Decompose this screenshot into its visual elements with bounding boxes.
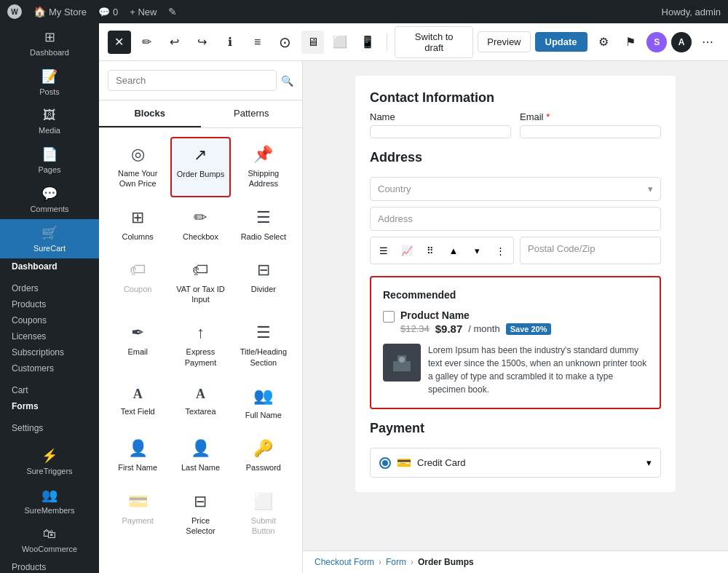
block-divider[interactable]: ⊟ Divider	[234, 253, 293, 313]
admin-bar-comments[interactable]: 💬 0	[98, 7, 118, 17]
block-checkbox[interactable]: ✏ Checkbox	[170, 200, 230, 250]
block-icon-divider: ⊟	[257, 261, 270, 280]
block-last-name[interactable]: 👤 Last Name	[170, 431, 230, 481]
mobile-button[interactable]: 📱	[356, 31, 379, 54]
redo-button[interactable]: ↪	[191, 31, 214, 54]
block-title-heading[interactable]: ☰ Title/Heading Section	[234, 315, 293, 376]
sidebar-item-posts[interactable]: 📝 Posts	[0, 63, 99, 102]
credit-card-label: Credit Card	[417, 457, 465, 468]
block-price-selector[interactable]: ⊟ Price Selector	[170, 484, 230, 545]
sidebar-sub-subscriptions[interactable]: Subscriptions	[0, 344, 99, 360]
sidebar-sub-coupons[interactable]: Coupons	[0, 312, 99, 328]
sidebar-item-pages[interactable]: 📄 Pages	[0, 141, 99, 180]
sidebar-sub-forms[interactable]: Forms	[0, 398, 99, 414]
block-order-bumps[interactable]: ↗ Order Bumps	[170, 137, 230, 197]
sidebar-item-suremembers[interactable]: 👥 SureMembers	[0, 481, 99, 521]
flag-button[interactable]: ⚑	[619, 31, 642, 54]
breadcrumb-checkout-form[interactable]: Checkout Form	[314, 557, 374, 567]
media-icon: 🖼	[43, 108, 56, 123]
wp-logo[interactable]: W	[7, 4, 22, 19]
block-full-name[interactable]: 👥 Full Name	[234, 379, 293, 428]
credit-card-icon: 💳	[397, 456, 411, 470]
block-coupon[interactable]: 🏷 Coupon	[108, 253, 167, 313]
email-input[interactable]	[520, 125, 661, 138]
search-input[interactable]	[108, 70, 277, 91]
content-area: 🔍 Blocks Patterns ◎ Name Your Own Price …	[99, 61, 728, 573]
more-button[interactable]: ⋯	[696, 31, 719, 54]
product-checkbox[interactable]	[383, 311, 395, 323]
block-email[interactable]: ✒ Email	[108, 315, 167, 376]
block-express-payment[interactable]: ↑ Express Payment	[170, 315, 230, 376]
mini-grid-btn[interactable]: ⠿	[420, 240, 440, 261]
name-field: Name	[370, 111, 511, 138]
sidebar-sub-settings[interactable]: Settings	[0, 420, 99, 436]
undo-button[interactable]: ↩	[163, 31, 186, 54]
desktop-button[interactable]: 🖥	[301, 31, 325, 54]
sidebar-item-comments[interactable]: 💬 Comments	[0, 180, 99, 219]
original-price: $12.34	[400, 323, 430, 334]
block-vat-tax[interactable]: 🏷 VAT or Tax ID Input	[170, 253, 230, 313]
admin-bar-new[interactable]: + New	[130, 7, 157, 17]
info-button[interactable]: ℹ	[218, 31, 242, 54]
product-info: Product Name $12.34 $9.87 / month Save 2…	[400, 309, 551, 335]
list-view-button[interactable]: ≡	[246, 31, 269, 54]
block-icon-coupon: 🏷	[130, 261, 146, 280]
block-name-your-own-price[interactable]: ◎ Name Your Own Price	[108, 137, 167, 197]
sidebar-item-woocommerce[interactable]: 🛍 WooCommerce	[0, 521, 99, 559]
preview-button[interactable]: Preview	[478, 31, 530, 52]
posts-icon: 📝	[41, 68, 58, 84]
address-input[interactable]: Address	[370, 207, 661, 231]
block-shipping-address[interactable]: 📌 Shipping Address	[234, 137, 293, 197]
tablet-button[interactable]: ⬜	[328, 31, 352, 54]
sidebar-sub-dashboard[interactable]: Dashboard	[0, 258, 99, 274]
block-icon-express-payment: ↑	[197, 323, 205, 342]
sidebar-sub-cart[interactable]: Cart	[0, 382, 99, 398]
block-first-name[interactable]: 👤 First Name	[108, 431, 167, 481]
admin-bar: W 🏠 My Store 💬 0 + New ✎ Howdy, admin	[0, 0, 728, 23]
menu-button[interactable]: ⊙	[274, 31, 297, 54]
breadcrumb-form[interactable]: Form	[386, 557, 406, 567]
block-textarea[interactable]: A Textarea	[170, 379, 230, 428]
sidebar-sub-products2[interactable]: Products	[0, 559, 99, 573]
payment-section-title: Payment	[370, 421, 661, 436]
update-button[interactable]: Update	[535, 32, 587, 52]
mini-chart-btn[interactable]: 📈	[397, 240, 417, 261]
sidebar-item-dashboard[interactable]: ⊞ Dashboard	[0, 23, 99, 63]
mini-down-btn[interactable]: ▾	[467, 240, 487, 261]
block-submit-button[interactable]: ⬜ Submit Button	[234, 484, 293, 545]
tab-patterns[interactable]: Patterns	[201, 100, 303, 127]
block-payment[interactable]: 💳 Payment	[108, 484, 167, 545]
close-button[interactable]: ✕	[108, 31, 131, 54]
block-icon-last-name: 👤	[191, 439, 210, 458]
pencil-button[interactable]: ✏	[135, 31, 159, 54]
sidebar-sub-licenses[interactable]: Licenses	[0, 328, 99, 344]
block-password[interactable]: 🔑 Password	[234, 431, 293, 481]
sidebar-sub-customers[interactable]: Customers	[0, 360, 99, 376]
recommended-box: Recommended Product Name $12.34 $9.87 / …	[370, 276, 661, 409]
blocks-panel: 🔍 Blocks Patterns ◎ Name Your Own Price …	[99, 61, 303, 573]
postal-input[interactable]: Postal Code/Zip	[520, 237, 661, 264]
block-text-field[interactable]: A Text Field	[108, 379, 167, 428]
name-input[interactable]	[370, 125, 511, 138]
mini-up-btn[interactable]: ▲	[443, 240, 464, 261]
admin-bar-edit[interactable]: ✎	[168, 6, 177, 17]
avatar-s[interactable]: S	[646, 32, 667, 52]
mini-dots-btn[interactable]: ⋮	[490, 240, 510, 261]
sidebar-item-suretriggers[interactable]: ⚡ SureTriggers	[0, 442, 99, 481]
product-desc: Lorem Ipsum has been the industry's stan…	[428, 344, 648, 396]
avatar-a[interactable]: A	[671, 32, 692, 52]
sidebar-item-surecart[interactable]: 🛒 SureCart	[0, 219, 99, 258]
settings-button[interactable]: ⚙	[592, 31, 615, 54]
mini-list-btn[interactable]: ☰	[373, 240, 394, 261]
dashboard-icon: ⊞	[44, 29, 55, 45]
sidebar-sub-products[interactable]: Products	[0, 296, 99, 312]
block-columns[interactable]: ⊞ Columns	[108, 200, 167, 250]
sidebar-item-media[interactable]: 🖼 Media	[0, 102, 99, 141]
country-select[interactable]: Country ▾	[370, 177, 661, 201]
admin-bar-store[interactable]: 🏠 My Store	[33, 6, 87, 17]
tab-blocks[interactable]: Blocks	[99, 100, 201, 127]
sidebar-sub-orders[interactable]: Orders	[0, 280, 99, 296]
block-radio-select[interactable]: ☰ Radio Select	[234, 200, 293, 250]
credit-card-option[interactable]: 💳 Credit Card ▾	[370, 448, 661, 478]
switch-draft-button[interactable]: Switch to draft	[395, 26, 473, 58]
